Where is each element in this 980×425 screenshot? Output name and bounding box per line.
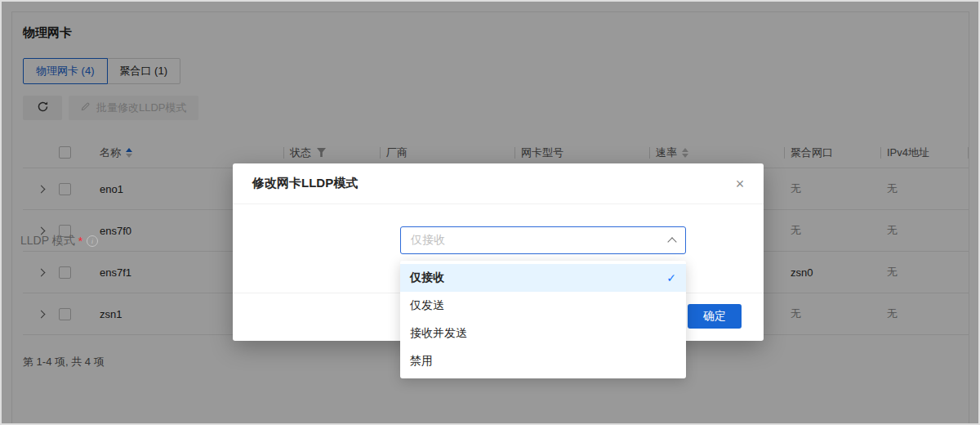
- option-receive-and-send[interactable]: 接收并发送: [400, 320, 686, 347]
- chevron-up-icon: [667, 237, 676, 246]
- required-asterisk: *: [78, 235, 82, 248]
- option-receive-only[interactable]: 仅接收 ✓: [400, 264, 686, 292]
- option-send-only[interactable]: 仅发送: [400, 292, 686, 320]
- modal-title: 修改网卡LLDP模式: [252, 176, 358, 191]
- select-value: 仅接收: [411, 233, 445, 248]
- lldp-mode-select[interactable]: 仅接收: [400, 226, 686, 254]
- check-icon: ✓: [666, 271, 676, 284]
- info-icon: i: [87, 235, 98, 247]
- close-icon: ×: [736, 176, 745, 193]
- lldp-mode-field-label: LLDP 模式 * i: [20, 234, 98, 248]
- lldp-options-dropdown: 仅接收 ✓ 仅发送 接收并发送 禁用: [400, 261, 686, 378]
- modal-header: 修改网卡LLDP模式: [233, 163, 764, 204]
- physical-nic-page: 物理网卡 物理网卡 (4) 聚合口 (1) 批量修改LLDP模式 名称: [0, 0, 980, 425]
- close-button[interactable]: ×: [729, 173, 751, 195]
- option-disabled[interactable]: 禁用: [400, 347, 686, 375]
- ok-button[interactable]: 确定: [688, 304, 742, 329]
